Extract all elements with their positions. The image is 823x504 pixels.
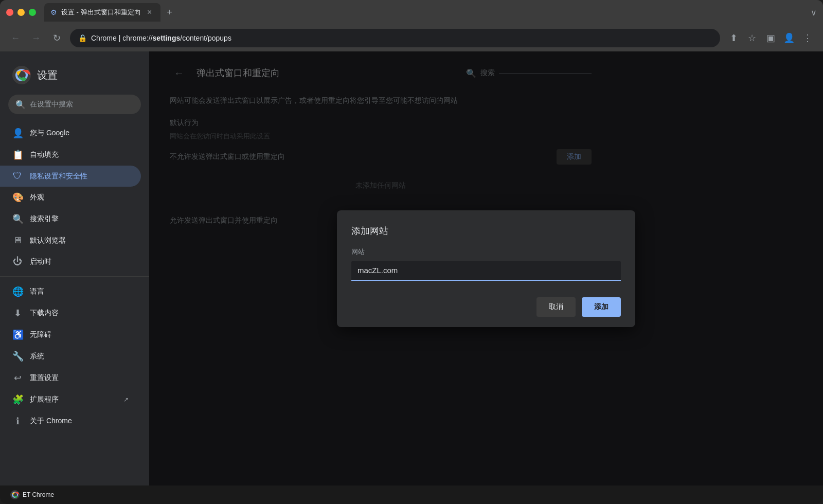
startup-icon: ⏻	[12, 256, 23, 267]
sidebar-divider	[0, 276, 149, 277]
sidebar-header: 设置	[0, 60, 149, 91]
address-path: settings	[153, 34, 181, 42]
language-icon: 🌐	[12, 286, 23, 297]
search-engine-icon: 🔍	[12, 213, 23, 225]
tab-title: 设置 - 弹出式窗口和重定向	[61, 8, 141, 17]
sidebar-label-extensions: 扩展程序	[30, 395, 116, 404]
settings-content: ← 弹出式窗口和重定向 🔍 搜索 网站可能会发送弹出式窗口以展示广告，或者使用重…	[149, 51, 823, 485]
menu-btn[interactable]: ⋮	[800, 31, 815, 45]
sidebar-item-reset[interactable]: ↩ 重置设置	[0, 367, 141, 389]
add-website-btn[interactable]: 添加	[582, 297, 621, 317]
taskbar: ET Chrome	[0, 485, 823, 504]
search-icon: 🔍	[15, 100, 26, 110]
sidebar-label-default-browser: 默认浏览器	[30, 236, 129, 245]
search-placeholder: 在设置中搜索	[30, 100, 73, 109]
sidebar-label-about: 关于 Chrome	[30, 417, 129, 426]
sidebar-item-google[interactable]: 👤 您与 Google	[0, 122, 141, 144]
active-tab[interactable]: ⚙ 设置 - 弹出式窗口和重定向 ×	[44, 3, 160, 22]
sidebar-item-appearance[interactable]: 🎨 外观	[0, 187, 141, 208]
dialog-overlay[interactable]: 添加网站 网站 取消 添加	[149, 51, 823, 485]
address-text: Chrome | chrome://settings/content/popup…	[91, 34, 712, 42]
reload-btn[interactable]: ↻	[49, 31, 64, 45]
tab-close-btn[interactable]: ×	[145, 8, 154, 17]
sidebar-label-autofill: 自动填充	[30, 150, 129, 159]
dialog-input[interactable]	[351, 261, 621, 281]
sidebar-label-system: 系统	[30, 352, 129, 361]
google-icon: 👤	[12, 128, 23, 139]
sidebar-item-downloads[interactable]: ⬇ 下载内容	[0, 302, 141, 324]
address-bar: ← → ↻ 🔒 Chrome | chrome://settings/conte…	[0, 25, 823, 51]
about-icon: ℹ	[12, 416, 23, 427]
tab-bar-right: ∨	[811, 8, 817, 17]
sidebar-label-startup: 启动时	[30, 257, 129, 266]
cancel-btn[interactable]: 取消	[536, 297, 576, 317]
dialog-actions: 取消 添加	[351, 297, 621, 317]
system-icon: 🔧	[12, 351, 23, 362]
address-bar-actions: ⬆ ☆ ▣ 👤 ⋮	[726, 31, 815, 45]
sidebar-item-startup[interactable]: ⏻ 启动时	[0, 251, 141, 272]
secure-icon: 🔒	[78, 34, 87, 42]
maximize-window-btn[interactable]	[29, 9, 36, 16]
external-link-icon: ↗	[123, 396, 129, 403]
sidebar-item-extensions[interactable]: 🧩 扩展程序 ↗	[0, 389, 141, 410]
sidebar-label-privacy: 隐私设置和安全性	[30, 172, 129, 181]
browser-window: ⚙ 设置 - 弹出式窗口和重定向 × + ∨ ← → ↻ 🔒 Chrome | …	[0, 0, 823, 504]
sidebar-item-accessibility[interactable]: ♿ 无障碍	[0, 324, 141, 346]
settings-title: 设置	[37, 68, 58, 82]
content-area: 设置 🔍 在设置中搜索 👤 您与 Google 📋 自动填充 🛡 隐私设置和安全…	[0, 51, 823, 485]
appearance-icon: 🎨	[12, 192, 23, 203]
back-nav-btn[interactable]: ←	[8, 31, 23, 45]
split-view-btn[interactable]: ▣	[763, 31, 778, 45]
forward-nav-btn[interactable]: →	[29, 31, 43, 45]
bookmark-btn[interactable]: ☆	[745, 31, 759, 45]
sidebar-item-language[interactable]: 🌐 语言	[0, 281, 141, 302]
svg-point-5	[14, 494, 16, 496]
extensions-icon: 🧩	[12, 394, 23, 405]
reset-icon: ↩	[12, 372, 23, 384]
share-btn[interactable]: ⬆	[726, 31, 741, 45]
address-path-rest: /content/popups	[180, 34, 231, 42]
new-tab-btn[interactable]: +	[163, 5, 177, 20]
add-website-dialog: 添加网站 网站 取消 添加	[337, 210, 635, 327]
address-prefix: Chrome	[91, 34, 117, 42]
sidebar-label-language: 语言	[30, 287, 129, 296]
dialog-title: 添加网站	[351, 225, 621, 237]
sidebar-item-system[interactable]: 🔧 系统	[0, 346, 141, 367]
sidebar-item-autofill[interactable]: 📋 自动填充	[0, 144, 141, 166]
close-window-btn[interactable]	[6, 9, 13, 16]
tab-bar: ⚙ 设置 - 弹出式窗口和重定向 × +	[44, 3, 807, 22]
traffic-lights	[6, 9, 36, 16]
profile-btn[interactable]: 👤	[782, 31, 796, 45]
sidebar-label-appearance: 外观	[30, 193, 129, 202]
privacy-icon: 🛡	[12, 171, 23, 182]
sidebar-item-search[interactable]: 🔍 搜索引擎	[0, 208, 141, 230]
sidebar: 设置 🔍 在设置中搜索 👤 您与 Google 📋 自动填充 🛡 隐私设置和安全…	[0, 51, 149, 485]
dialog-field-label: 网站	[351, 247, 621, 257]
title-bar: ⚙ 设置 - 弹出式窗口和重定向 × + ∨	[0, 0, 823, 25]
taskbar-chrome-item[interactable]: ET Chrome	[6, 488, 58, 501]
downloads-icon: ⬇	[12, 308, 23, 319]
sidebar-item-default-browser[interactable]: 🖥 默认浏览器	[0, 230, 141, 251]
chrome-logo-icon	[12, 66, 31, 84]
svg-point-2	[19, 73, 24, 78]
sidebar-label-google: 您与 Google	[30, 129, 129, 138]
sidebar-label-accessibility: 无障碍	[30, 330, 129, 339]
taskbar-chrome-icon	[10, 490, 20, 499]
sidebar-label-reset: 重置设置	[30, 373, 129, 383]
sidebar-label-downloads: 下载内容	[30, 309, 129, 318]
sidebar-item-about[interactable]: ℹ 关于 Chrome	[0, 410, 141, 432]
sidebar-search[interactable]: 🔍 在设置中搜索	[8, 95, 141, 114]
taskbar-chrome-label: ET Chrome	[23, 491, 54, 498]
minimize-window-btn[interactable]	[17, 9, 25, 16]
sidebar-label-search: 搜索引擎	[30, 214, 129, 224]
autofill-icon: 📋	[12, 149, 23, 160]
address-bar-input[interactable]: 🔒 Chrome | chrome://settings/content/pop…	[70, 29, 720, 47]
sidebar-item-privacy[interactable]: 🛡 隐私设置和安全性	[0, 166, 141, 187]
tab-settings-icon: ⚙	[50, 8, 57, 16]
address-separator: | chrome://	[119, 34, 153, 42]
accessibility-icon: ♿	[12, 329, 23, 340]
default-browser-icon: 🖥	[12, 235, 23, 246]
